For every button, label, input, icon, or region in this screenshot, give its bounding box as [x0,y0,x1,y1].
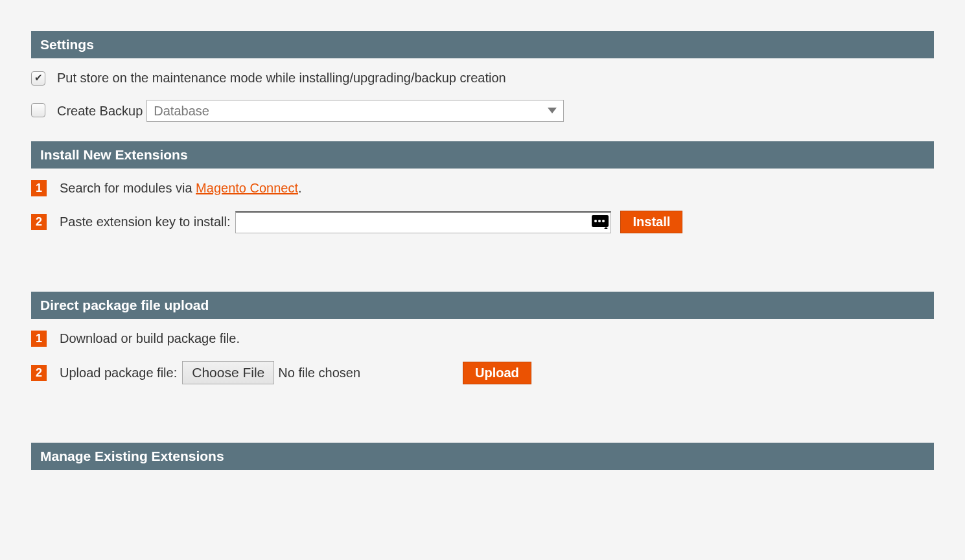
upload-step1-row: 1 Download or build package file. [31,331,934,347]
upload-header: Direct package file upload [31,292,934,319]
password-manager-icon[interactable]: 1 [592,215,609,229]
install-step2-label: Paste extension key to install: [60,215,230,229]
install-step1-prefix: Search for modules via [60,181,196,195]
magento-connect-link[interactable]: Magento Connect [196,181,298,195]
settings-body: Put store on the maintenance mode while … [31,58,934,141]
install-body: 1 Search for modules via Magento Connect… [31,169,934,253]
install-step2-row: 2 Paste extension key to install: 1 Inst… [31,211,934,233]
step-badge-2b: 2 [31,365,47,381]
checkbox-checked-icon [31,71,45,86]
step-badge-2: 2 [31,214,47,230]
backup-type-select[interactable]: Database [146,100,564,122]
choose-file-button[interactable]: Choose File [182,361,274,384]
step-badge-1: 1 [31,180,47,196]
svg-point-3 [602,220,605,222]
svg-point-2 [598,220,601,222]
backup-label: Create Backup [57,104,143,119]
backup-row: Create Backup Database [31,100,934,122]
upload-step2-row: 2 Upload package file: Choose File No fi… [31,361,934,384]
install-step1-suffix: . [298,181,302,195]
upload-step2-label: Upload package file: [60,366,177,380]
maintenance-row: Put store on the maintenance mode while … [31,70,934,86]
step-badge-1b: 1 [31,331,47,347]
checkbox-unchecked-icon [31,103,45,117]
extension-key-input[interactable] [235,211,611,233]
svg-point-1 [594,220,597,222]
install-header: Install New Extensions [31,141,934,169]
install-step1-row: 1 Search for modules via Magento Connect… [31,180,934,196]
install-step1-text: Search for modules via Magento Connect. [60,181,302,196]
file-chosen-status: No file chosen [278,366,360,380]
svg-text:1: 1 [604,223,608,229]
backup-checkbox[interactable] [31,103,47,119]
maintenance-checkbox[interactable] [31,70,47,86]
upload-button[interactable]: Upload [463,362,531,384]
manage-header: Manage Existing Extensions [31,443,934,470]
settings-header: Settings [31,31,934,58]
upload-body: 1 Download or build package file. 2 Uplo… [31,319,934,404]
maintenance-label: Put store on the maintenance mode while … [57,71,506,86]
upload-step1-label: Download or build package file. [60,331,240,346]
install-button[interactable]: Install [620,211,682,233]
